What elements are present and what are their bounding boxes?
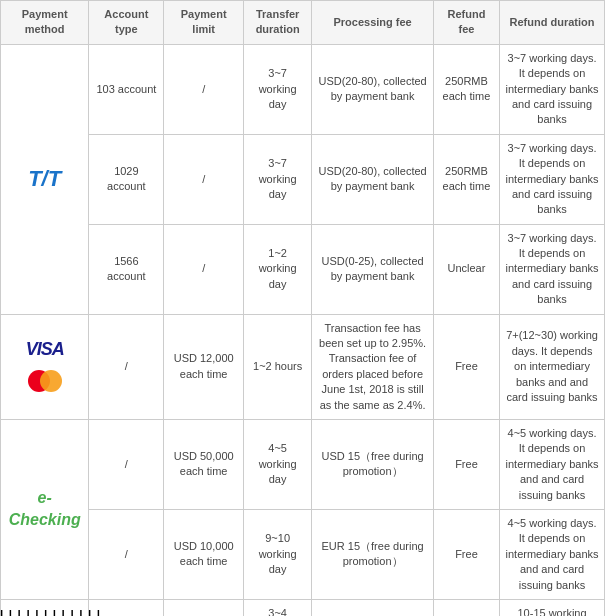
payment-limit-cell: USD 12,000 each time [164,314,244,419]
refund-fee-cell: Free [433,509,499,599]
refund-fee-cell: Unclear [433,224,499,314]
transfer-duration-cell: 3~7 working day [243,44,311,134]
account-type-cell: / [89,509,164,599]
refund-fee-cell: Free [433,419,499,509]
processing-fee-cell: USD(0-25), collected by payment bank [312,224,433,314]
refund-fee-cell: 250RMB each time [433,134,499,224]
account-type-cell: / [89,314,164,419]
table-row: 1566 account / 1~2 working day USD(0-25)… [1,224,605,314]
processing-fee-cell: Transaction fee has been set up to 2.95%… [312,314,433,419]
mastercard-logo [28,370,62,392]
visa-mc-container: VISA [6,337,83,397]
table-row: T/T 103 account / 3~7 working day USD(20… [1,44,605,134]
payment-limit-cell: / [164,134,244,224]
method-tt: T/T [1,44,89,314]
boleto-barcode-icon: ||||||||||||| [0,606,102,616]
refund-fee-cell: 250RMB each time [433,44,499,134]
processing-fee-cell: EUR 15（free during promotion） [312,509,433,599]
boleto-container: ||||||||||||| Boleto [6,606,83,616]
table-row: ||||||||||||| Boleto / USD3,000 per mont… [1,599,605,616]
account-type-cell: / [89,419,164,509]
header-payment-limit: Payment limit [164,1,244,45]
transfer-duration-cell: 3~7 working day [243,134,311,224]
processing-fee-cell: USD(20-80), collected by payment bank [312,134,433,224]
payment-limit-cell: / [164,44,244,134]
transfer-duration-cell: 1~2 hours [243,314,311,419]
payment-limit-cell: USD 50,000 each time [164,419,244,509]
visa-logo: VISA [26,337,64,362]
table-row: VISA / USD 12,000 each time 1~2 hours Tr… [1,314,605,419]
payment-limit-cell: / [164,224,244,314]
refund-duration-cell: 10-15 working days. It depends on Boleto [500,599,605,616]
refund-duration-cell: 3~7 working days. It depends on intermed… [500,44,605,134]
refund-duration-cell: 4~5 working days. It depends on intermed… [500,419,605,509]
account-type-cell: 1566 account [89,224,164,314]
header-refund-fee: Refund fee [433,1,499,45]
table-row: / USD 10,000 each time 9~10 working day … [1,509,605,599]
refund-duration-cell: 7+(12~30) working days. It depends on in… [500,314,605,419]
table-row: e-Checking / USD 50,000 each time 4~5 wo… [1,419,605,509]
refund-fee-cell: Free [433,599,499,616]
echecking-label: e-Checking [9,489,81,528]
account-type-cell: 1029 account [89,134,164,224]
transfer-duration-cell: 1~2 working day [243,224,311,314]
processing-fee-cell: USD 15（free during promotion） [312,419,433,509]
header-account-type: Account type [89,1,164,45]
header-payment-method: Payment method [1,1,89,45]
transfer-duration-cell: 4~5 working day [243,419,311,509]
header-transfer-duration: Transfer duration [243,1,311,45]
transfer-duration-cell: 3~4 working days [243,599,311,616]
method-boleto: ||||||||||||| Boleto [1,599,89,616]
refund-duration-cell: 3~7 working days. It depends on intermed… [500,134,605,224]
account-type-cell: 103 account [89,44,164,134]
tt-label: T/T [28,166,61,191]
header-refund-duration: Refund duration [500,1,605,45]
refund-fee-cell: Free [433,314,499,419]
payment-limit-cell: USD 10,000 each time [164,509,244,599]
table-row: 1029 account / 3~7 working day USD(20-80… [1,134,605,224]
refund-duration-cell: 4~5 working days. It depends on intermed… [500,509,605,599]
method-echecking: e-Checking [1,419,89,599]
header-processing-fee: Processing fee [312,1,433,45]
processing-fee-cell: USD(20-80), collected by payment bank [312,44,433,134]
payment-limit-cell: USD3,000 per month [164,599,244,616]
mc-right-circle [40,370,62,392]
refund-duration-cell: 3~7 working days. It depends on intermed… [500,224,605,314]
method-visa-mc: VISA [1,314,89,419]
processing-fee-cell: 1.35% of payment [312,599,433,616]
transfer-duration-cell: 9~10 working day [243,509,311,599]
